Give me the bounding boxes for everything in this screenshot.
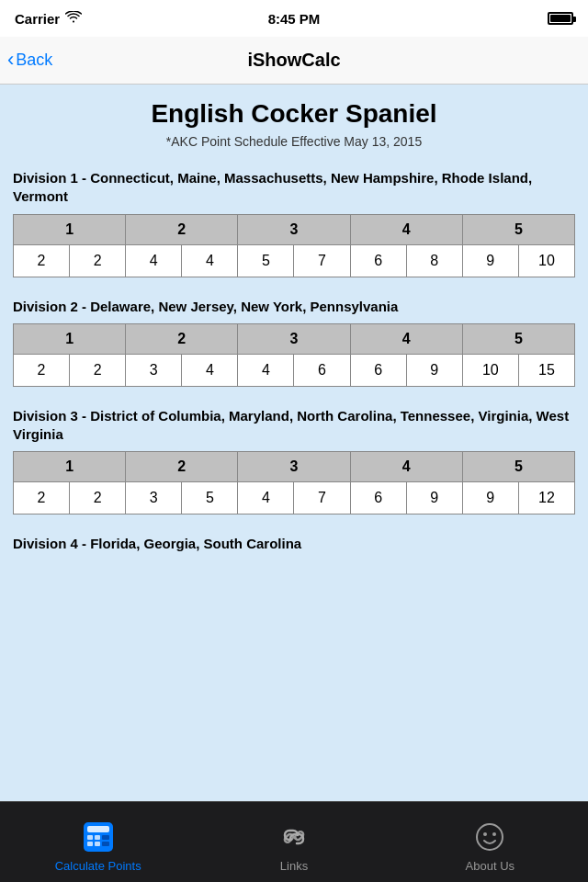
div2-r1-c1: 2 — [14, 354, 70, 386]
division-3-label: Division 3 - District of Columbia, Maryl… — [13, 407, 575, 445]
div3-r1-c3: 3 — [126, 482, 182, 514]
div3-col2-header: 2 — [126, 452, 238, 482]
breed-subtitle: *AKC Point Schedule Effective May 13, 20… — [13, 134, 575, 149]
tab-calculate-label: Calculate Points — [55, 859, 141, 873]
div1-col2-header: 2 — [126, 214, 238, 244]
div2-col3-header: 3 — [238, 323, 350, 354]
tab-calculate[interactable]: Calculate Points — [0, 802, 196, 882]
calculate-icon-wrap — [80, 819, 117, 855]
svg-rect-1 — [87, 826, 109, 832]
division-2-block: Division 2 - Delaware, New Jersey, New Y… — [13, 298, 575, 387]
div2-col2-header: 2 — [126, 323, 238, 354]
div3-row-1: 2 2 3 5 4 7 6 9 9 12 — [14, 482, 575, 514]
division-4-block: Division 4 - Florida, Georgia, South Car… — [13, 535, 575, 557]
div3-col3-header: 3 — [238, 452, 350, 482]
div2-col5-header: 5 — [462, 323, 574, 354]
status-bar: Carrier 8:45 PM — [0, 0, 588, 37]
breed-name: English Cocker Spaniel — [13, 99, 575, 129]
div1-col4-header: 4 — [350, 214, 462, 244]
div2-r1-c4: 4 — [182, 354, 238, 386]
status-right — [548, 12, 573, 25]
smiley-icon — [473, 820, 506, 854]
status-left: Carrier — [15, 11, 82, 27]
div3-r1-c5: 4 — [238, 482, 294, 514]
div3-col4-header: 4 — [350, 452, 462, 482]
svg-point-12 — [483, 832, 487, 836]
main-content: English Cocker Spaniel *AKC Point Schedu… — [0, 85, 588, 801]
div2-r1-c9: 10 — [462, 354, 518, 386]
div1-r1-c8: 8 — [406, 244, 462, 277]
div3-r1-c6: 7 — [294, 482, 350, 514]
div2-r1-c8: 9 — [406, 354, 462, 386]
tab-links-label: Links — [280, 859, 308, 873]
div3-col5-header: 5 — [462, 452, 574, 482]
status-time: 8:45 PM — [268, 11, 321, 27]
links-icon-wrap — [276, 819, 312, 855]
carrier-label: Carrier — [15, 11, 60, 27]
division-2-label: Division 2 - Delaware, New Jersey, New Y… — [13, 298, 575, 316]
tab-bar: Calculate Points Links — [0, 801, 588, 882]
battery-icon — [548, 12, 573, 25]
division-1-block: Division 1 - Connecticut, Maine, Massach… — [13, 169, 575, 277]
wifi-icon — [65, 11, 82, 27]
div1-r1-c4: 4 — [182, 244, 238, 277]
div2-r1-c3: 3 — [126, 354, 182, 386]
svg-rect-7 — [102, 842, 109, 846]
div3-r1-c8: 9 — [406, 482, 462, 514]
div2-r1-c7: 6 — [350, 354, 406, 386]
svg-rect-5 — [87, 842, 93, 846]
division-3-table: 1 2 3 4 5 2 2 3 5 4 7 6 9 9 — [13, 451, 575, 514]
tab-about[interactable]: About Us — [392, 802, 588, 882]
div2-r1-c6: 6 — [294, 354, 350, 386]
div2-r1-c5: 4 — [238, 354, 294, 386]
calculator-icon — [81, 820, 116, 854]
chain-icon — [277, 820, 311, 854]
div2-col1-header: 1 — [14, 323, 126, 354]
svg-point-11 — [477, 824, 503, 850]
division-1-label: Division 1 - Connecticut, Maine, Massach… — [13, 169, 575, 207]
div1-r1-c6: 7 — [294, 244, 350, 277]
div1-r1-c5: 5 — [238, 244, 294, 277]
tab-links[interactable]: Links — [196, 802, 391, 882]
div3-r1-c1: 2 — [14, 482, 70, 514]
svg-rect-6 — [95, 842, 100, 846]
div3-r1-c2: 2 — [70, 482, 126, 514]
div3-r1-c10: 12 — [518, 482, 574, 514]
nav-title: iShowCalc — [247, 50, 340, 71]
div3-r1-c4: 5 — [182, 482, 238, 514]
div1-r1-c2: 2 — [70, 244, 126, 277]
about-icon-wrap — [471, 819, 508, 855]
division-3-block: Division 3 - District of Columbia, Maryl… — [13, 407, 575, 515]
div2-col4-header: 4 — [350, 323, 462, 354]
back-label: Back — [16, 51, 52, 70]
div1-r1-c3: 4 — [126, 244, 182, 277]
div1-r1-c7: 6 — [350, 244, 406, 277]
div1-col3-header: 3 — [238, 214, 350, 244]
back-button[interactable]: ‹ Back — [7, 51, 52, 70]
svg-rect-2 — [87, 835, 93, 840]
nav-bar: ‹ Back iShowCalc — [0, 37, 588, 85]
div3-col1-header: 1 — [14, 452, 126, 482]
div2-r1-c2: 2 — [70, 354, 126, 386]
division-1-table: 1 2 3 4 5 2 2 4 4 5 7 6 8 9 — [13, 214, 575, 277]
division-4-label: Division 4 - Florida, Georgia, South Car… — [13, 535, 575, 557]
div1-col5-header: 5 — [462, 214, 574, 244]
div3-r1-c9: 9 — [462, 482, 518, 514]
div1-row-1: 2 2 4 4 5 7 6 8 9 10 — [14, 244, 575, 277]
div2-row-1: 2 2 3 4 4 6 6 9 10 15 — [14, 354, 575, 386]
div2-r1-c10: 15 — [518, 354, 574, 386]
div3-r1-c7: 6 — [350, 482, 406, 514]
div1-col1-header: 1 — [14, 214, 126, 244]
svg-rect-4 — [102, 835, 109, 840]
div1-r1-c9: 9 — [462, 244, 518, 277]
tab-about-label: About Us — [466, 859, 514, 873]
chevron-left-icon: ‹ — [7, 50, 14, 70]
div1-r1-c10: 10 — [518, 244, 574, 277]
svg-rect-3 — [95, 835, 100, 840]
division-2-table: 1 2 3 4 5 2 2 3 4 4 6 6 9 10 — [13, 323, 575, 387]
div1-r1-c1: 2 — [14, 244, 70, 277]
svg-point-13 — [492, 832, 496, 836]
